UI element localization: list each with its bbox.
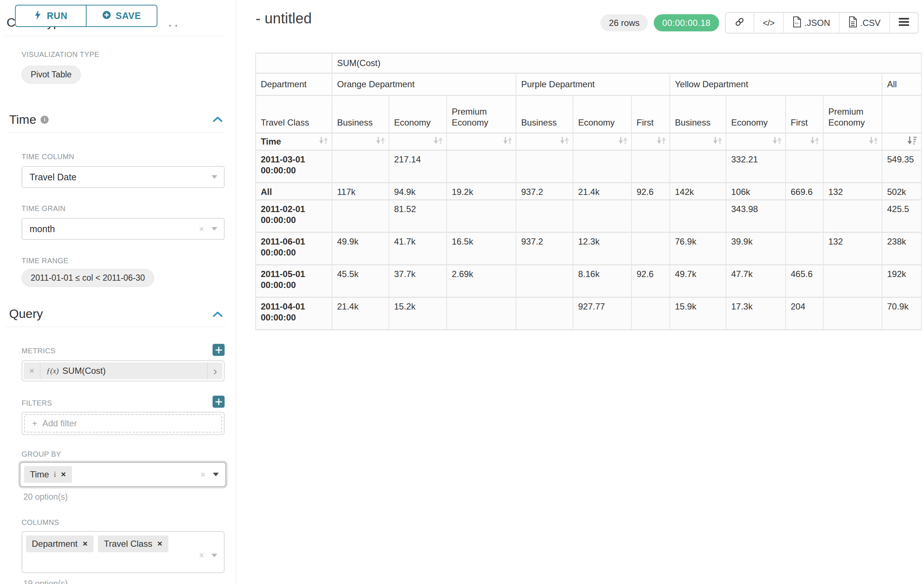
pivot-cell: 16.5k [447,233,516,264]
travel-class-header: First [632,96,670,133]
sort-desc-icon[interactable] [907,136,918,148]
chevron-down-icon[interactable] [211,554,217,558]
tag-pill[interactable]: Department✕ [26,535,94,552]
chart-header-toolbar: 26 rows 00:00:00.18 </> <> .JSON [601,12,919,34]
metrics-box: × ƒ(x) SUM(Cost) › [21,360,224,382]
column-sort-header[interactable] [786,133,823,150]
add-metric-button[interactable] [213,344,224,356]
sort-icon[interactable] [713,136,723,148]
time-column-select[interactable]: Travel Date [21,166,224,188]
add-filter-button[interactable]: + Add filter [24,414,222,433]
time-sort-header[interactable]: Time [256,133,332,150]
menu-button[interactable] [889,13,918,33]
pivot-cell: 21.4k [573,183,631,199]
column-sort-header[interactable] [573,133,631,150]
chevron-down-icon[interactable] [213,473,219,476]
pivot-cell [516,298,573,329]
sort-icon[interactable] [503,136,513,148]
row-label: All [256,183,332,199]
column-sort-header[interactable] [447,133,516,150]
pivot-cell: 937.2 [516,233,573,264]
pivot-cell [447,201,516,232]
divider [6,36,226,36]
travel-class-header: Economy [389,96,446,133]
export-csv-button[interactable]: .CSV [839,13,889,33]
time-range-pill[interactable]: 2011-01-01 ≤ col < 2011-06-30 [21,269,154,287]
sort-icon[interactable] [375,136,386,148]
row-label: 2011-06-01 00:00:00 [256,233,332,264]
pivot-cell: 15.9k [670,298,726,329]
tag-pill[interactable]: Timei✕ [24,466,72,483]
pivot-cell: 204 [786,298,823,329]
pivot-cell [447,151,516,182]
pivot-corner-cell [256,54,332,72]
csv-file-icon [848,16,857,30]
row-label: 2011-02-01 00:00:00 [256,201,332,232]
column-sort-header[interactable] [726,133,785,150]
chart-type-collapse-icon[interactable] [169,25,177,26]
chevron-up-icon[interactable] [213,311,223,319]
sort-icon[interactable] [810,136,820,148]
pivot-cell [632,201,670,232]
metric-item[interactable]: × ƒ(x) SUM(Cost) › [24,362,223,379]
sort-icon[interactable] [318,136,329,148]
share-link-button[interactable] [726,13,754,33]
column-sort-header[interactable] [823,133,882,150]
clear-icon[interactable]: × [199,224,204,234]
column-sort-header[interactable] [632,133,670,150]
remove-tag-icon[interactable]: ✕ [157,540,163,548]
save-button[interactable]: SAVE [86,5,157,27]
column-sort-header[interactable] [516,133,573,150]
remove-metric-icon[interactable]: × [24,362,41,379]
run-button[interactable]: RUN [15,5,86,27]
chevron-right-icon[interactable]: › [207,362,223,379]
chart-area: - untitled 26 rows 00:00:00.18 </> <> .J… [237,0,924,584]
clear-icon[interactable]: × [200,470,206,479]
pivot-cell: 49.7k [670,265,726,297]
sort-icon[interactable] [868,136,879,148]
metrics-label: METRICS [21,347,56,355]
column-sort-header[interactable] [332,133,389,150]
column-sort-header[interactable] [882,133,921,150]
travel-class-header: Premium Economy [447,96,516,133]
tag-label: Department [32,539,78,549]
pivot-cell [786,233,823,264]
chart-title[interactable]: - untitled [256,10,312,26]
divider [6,132,226,133]
sort-icon[interactable] [656,136,667,148]
pivot-cell [332,151,389,182]
add-filter-plus-button[interactable] [213,396,224,408]
pivot-cell: 92.6 [632,183,670,199]
clear-icon[interactable]: × [199,551,204,560]
column-sort-header[interactable] [389,133,446,150]
chevron-up-icon[interactable] [213,116,223,124]
sort-icon[interactable] [772,136,782,148]
column-sort-header[interactable] [670,133,726,150]
pivot-cell: 2.69k [447,265,516,297]
view-query-button[interactable]: </> [754,13,784,33]
plus-circle-icon [102,11,111,21]
viz-type-pill[interactable]: Pivot Table [21,66,81,84]
chevron-down-icon[interactable] [211,227,217,231]
travel-class-header [882,96,921,133]
pivot-cell [632,233,670,264]
pivot-cell: 37.7k [389,265,446,297]
time-grain-select[interactable]: month × [21,218,224,240]
sort-icon[interactable] [618,136,628,148]
chevron-down-icon[interactable] [211,175,217,179]
remove-tag-icon[interactable]: ✕ [82,540,87,548]
export-json-button[interactable]: <> .JSON [783,13,839,33]
plus-icon: + [32,418,37,429]
group-by-select[interactable]: Timei✕ × [20,462,226,487]
columns-select[interactable]: Department✕Travel Class✕ × [21,531,224,573]
pivot-cell: 238k [882,233,921,264]
columns-label: COLUMNS [21,518,59,527]
tag-pill[interactable]: Travel Class✕ [98,535,168,552]
code-icon: </> [763,18,775,28]
travel-class-dimension-label: Travel Class [256,96,332,133]
sort-icon[interactable] [559,136,570,148]
remove-tag-icon[interactable]: ✕ [61,470,66,479]
row-label: 2011-04-01 00:00:00 [256,298,332,329]
pivot-cell: 49.9k [332,233,389,264]
sort-icon[interactable] [433,136,443,148]
